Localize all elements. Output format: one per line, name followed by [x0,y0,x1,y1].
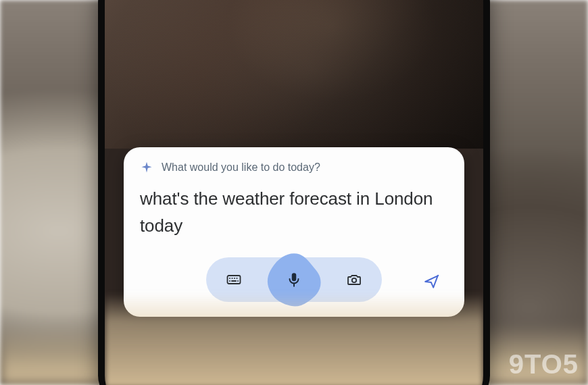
input-mode-pill [206,257,382,302]
svg-point-10 [352,278,356,282]
mic-button[interactable] [265,251,323,309]
assistant-card: What would you like to do today? what's … [124,147,464,317]
mic-icon [285,271,303,288]
watermark: 9TO5 [509,349,579,380]
sparkle-icon [140,161,153,174]
svg-point-11 [437,274,439,276]
assistant-prompt-text: What would you like to do today? [162,161,320,174]
phone-frame: What would you like to do today? what's … [98,0,490,385]
camera-icon[interactable] [345,271,363,288]
keyboard-icon[interactable] [225,271,243,288]
assistant-prompt-row: What would you like to do today? [140,161,448,174]
send-icon[interactable] [422,272,441,291]
svg-rect-8 [292,273,297,281]
svg-rect-0 [228,276,241,284]
voice-transcript: what's the weather forecast in London to… [140,185,448,240]
